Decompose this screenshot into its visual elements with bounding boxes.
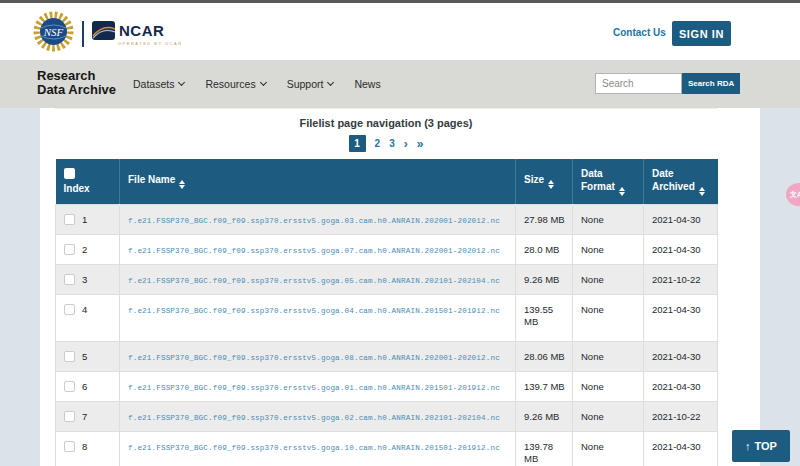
date-cell: 2021-04-30 — [644, 294, 718, 341]
row-checkbox[interactable] — [64, 411, 75, 422]
size-cell: 28.0 MB — [516, 234, 573, 264]
size-cell: 139.78 MB — [516, 431, 573, 466]
chevron-down-icon — [260, 79, 267, 86]
pagination-page-1[interactable]: 1 — [349, 135, 366, 152]
main-area: Filelist page navigation (3 pages) 123› … — [0, 108, 800, 466]
date-cell: 2021-04-30 — [644, 204, 718, 234]
table-row: 5f.e21.FSSP370_BGC.f09_f09.ssp370.ersstv… — [56, 341, 718, 371]
date-cell: 2021-04-30 — [644, 371, 718, 401]
pagination-next[interactable]: › — [404, 139, 408, 149]
search-rda-button[interactable]: Search RDA — [682, 73, 740, 94]
data-format-header-label: Data Format — [581, 168, 615, 192]
filelist-nav-title: Filelist page navigation (3 pages) — [55, 117, 717, 129]
file-cell: f.e21.FSSP370_BGC.f09_f09.ssp370.ersstv5… — [120, 234, 516, 264]
site-brand[interactable]: Research Data Archive — [37, 69, 116, 96]
index-cell: 3 — [56, 264, 120, 294]
column-file-name[interactable]: File Name — [120, 159, 516, 204]
sort-icon[interactable] — [179, 180, 185, 189]
pagination-page-2[interactable]: 2 — [375, 138, 381, 149]
file-name-header-label: File Name — [128, 174, 175, 185]
logo-group: NSF NCAR Operated by UCAR — [33, 11, 183, 56]
brand-line1: Research — [37, 69, 116, 83]
row-checkbox[interactable] — [64, 244, 75, 255]
table-row: 8f.e21.FSSP370_BGC.f09_f09.ssp370.ersstv… — [56, 431, 718, 466]
date-archived-header-label: Date Archived — [652, 168, 695, 192]
date-cell: 2021-04-30 — [644, 234, 718, 264]
file-link[interactable]: f.e21.FSSP370_BGC.f09_f09.ssp370.ersstv5… — [128, 307, 500, 315]
back-to-top-button[interactable]: ↑ TOP — [732, 430, 790, 462]
file-cell: f.e21.FSSP370_BGC.f09_f09.ssp370.ersstv5… — [120, 431, 516, 466]
select-all-checkbox[interactable] — [64, 168, 75, 179]
table-header-row: Index File Name Size Data Format — [56, 159, 718, 204]
size-cell: 9.26 MB — [516, 264, 573, 294]
file-link[interactable]: f.e21.FSSP370_BGC.f09_f09.ssp370.ersstv5… — [128, 217, 500, 225]
row-checkbox[interactable] — [64, 274, 75, 285]
index-header-label: Index — [64, 182, 112, 195]
ncar-logo[interactable]: NCAR Operated by UCAR — [92, 21, 183, 46]
size-cell: 28.06 MB — [516, 341, 573, 371]
format-cell: None — [573, 294, 644, 341]
index-cell: 4 — [56, 294, 120, 341]
date-cell: 2021-10-22 — [644, 264, 718, 294]
index-cell: 2 — [56, 234, 120, 264]
format-cell: None — [573, 204, 644, 234]
format-cell: None — [573, 234, 644, 264]
file-link[interactable]: f.e21.FSSP370_BGC.f09_f09.ssp370.ersstv5… — [128, 414, 500, 422]
index-cell: 7 — [56, 401, 120, 431]
row-checkbox[interactable] — [64, 351, 75, 362]
ncar-tagline: Operated by UCAR — [118, 41, 183, 46]
file-link[interactable]: f.e21.FSSP370_BGC.f09_f09.ssp370.ersstv5… — [128, 384, 500, 392]
pagination-pages: 123› » — [55, 135, 717, 152]
row-index: 7 — [82, 411, 87, 423]
svg-text:NSF: NSF — [43, 26, 64, 38]
row-index: 8 — [82, 441, 87, 453]
file-cell: f.e21.FSSP370_BGC.f09_f09.ssp370.ersstv5… — [120, 341, 516, 371]
row-index: 5 — [82, 351, 87, 363]
nav-menu-resources[interactable]: Resources — [205, 78, 265, 90]
file-link[interactable]: f.e21.FSSP370_BGC.f09_f09.ssp370.ersstv5… — [128, 277, 500, 285]
search-input[interactable] — [595, 73, 682, 94]
row-checkbox[interactable] — [64, 441, 75, 452]
nsf-logo[interactable]: NSF — [33, 11, 74, 56]
nav-menu-support[interactable]: Support — [287, 78, 334, 90]
ncar-logo-text: NCAR — [119, 22, 164, 39]
index-cell: 1 — [56, 204, 120, 234]
contact-us-link[interactable]: Contact Us — [613, 27, 666, 38]
menu-item-label: Resources — [205, 78, 255, 90]
table-row: 2f.e21.FSSP370_BGC.f09_f09.ssp370.ersstv… — [56, 234, 718, 264]
table-row: 1f.e21.FSSP370_BGC.f09_f09.ssp370.ersstv… — [56, 204, 718, 234]
sort-icon[interactable] — [619, 187, 625, 196]
brand-line2: Data Archive — [37, 83, 116, 97]
pagination-page-3[interactable]: 3 — [389, 138, 395, 149]
row-index: 2 — [82, 244, 87, 256]
file-link[interactable]: f.e21.FSSP370_BGC.f09_f09.ssp370.ersstv5… — [128, 247, 500, 255]
pagination-last[interactable]: » — [417, 139, 424, 149]
main-navbar: Research Data Archive DatasetsResourcesS… — [0, 60, 800, 108]
sign-in-button[interactable]: SIGN IN — [672, 21, 731, 46]
index-cell: 5 — [56, 341, 120, 371]
row-index: 6 — [82, 381, 87, 393]
date-cell: 2021-04-30 — [644, 431, 718, 466]
file-link[interactable]: f.e21.FSSP370_BGC.f09_f09.ssp370.ersstv5… — [128, 354, 500, 362]
site-header: NSF NCAR Operated by UCAR Contact Us SIG… — [0, 3, 800, 60]
row-index: 1 — [82, 214, 87, 226]
format-cell: None — [573, 401, 644, 431]
chevron-down-icon — [327, 79, 334, 86]
column-date-archived[interactable]: Date Archived — [644, 159, 718, 204]
sort-icon[interactable] — [548, 180, 554, 189]
file-cell: f.e21.FSSP370_BGC.f09_f09.ssp370.ersstv5… — [120, 204, 516, 234]
file-link[interactable]: f.e21.FSSP370_BGC.f09_f09.ssp370.ersstv5… — [128, 444, 500, 452]
row-checkbox[interactable] — [64, 381, 75, 392]
format-cell: None — [573, 264, 644, 294]
filelist-pagination: Filelist page navigation (3 pages) 123› … — [55, 117, 717, 152]
nav-menu-news[interactable]: News — [354, 78, 380, 90]
column-size[interactable]: Size — [516, 159, 573, 204]
sort-icon[interactable] — [699, 187, 705, 196]
nav-menu-datasets[interactable]: Datasets — [133, 78, 184, 90]
column-data-format[interactable]: Data Format — [573, 159, 644, 204]
content-card: Filelist page navigation (3 pages) 123› … — [40, 108, 760, 466]
chevron-down-icon — [178, 79, 185, 86]
row-checkbox[interactable] — [64, 214, 75, 225]
row-checkbox[interactable] — [64, 304, 75, 315]
table-row: 7f.e21.FSSP370_BGC.f09_f09.ssp370.ersstv… — [56, 401, 718, 431]
